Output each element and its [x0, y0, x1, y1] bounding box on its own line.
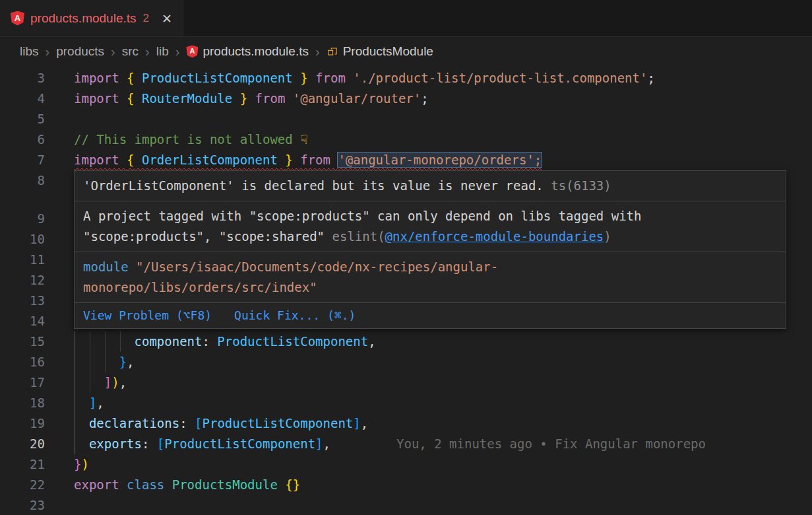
breadcrumb-item-libs[interactable]: libs	[20, 44, 39, 59]
line-row[interactable]: 23	[0, 495, 812, 515]
breadcrumb-item-src[interactable]: src	[122, 44, 139, 59]
eslint-rule-link[interactable]: @nx/enforce-module-boundaries	[385, 229, 604, 244]
tab-products-module[interactable]: A products.module.ts 2 ✕	[0, 0, 183, 36]
code-token	[74, 436, 89, 451]
code-token: )	[81, 457, 88, 471]
breadcrumb-item-lib[interactable]: lib	[156, 44, 169, 59]
code-token: ]	[89, 395, 96, 410]
code-line: exports: [ProductListComponent],You, 2 m…	[45, 434, 706, 454]
line-row[interactable]: 21})	[0, 454, 812, 475]
code-token: ,	[96, 395, 104, 410]
line-number: 22	[0, 475, 45, 495]
code-token: '@angular-monorepo/orders';	[338, 153, 542, 167]
hover-text: "scope:products", "scope:shared"	[83, 229, 332, 244]
line-row[interactable]: 19 declarations: [ProductListComponent],	[0, 413, 812, 434]
line-row[interactable]: 22export class ProductsModule {}	[0, 475, 812, 495]
vscode-window: A products.module.ts 2 ✕ libs›products›s…	[0, 0, 812, 515]
code-token: ]	[315, 436, 323, 451]
code-token: ProductListComponent	[164, 436, 315, 451]
line-row[interactable]: 5	[0, 109, 812, 129]
code-token: ;	[647, 71, 654, 85]
line-row[interactable]: 20 exports: [ProductListComponent],You, …	[0, 434, 812, 454]
code-token	[74, 416, 89, 430]
line-number: 23	[0, 495, 45, 515]
hover-message: A project tagged with "scope:products" c…	[75, 201, 786, 252]
editor-code-area[interactable]: 3import { ProductListComponent } from '.…	[0, 66, 812, 515]
tab-filename: products.module.ts	[30, 11, 137, 26]
quick-fix-link[interactable]: Quick Fix... (⌘.)	[234, 307, 356, 324]
code-token: }	[240, 91, 247, 106]
hover-text: eslint(	[332, 229, 385, 244]
code-token: [	[195, 416, 202, 430]
line-number: 11	[0, 250, 45, 270]
line-number: 15	[0, 331, 45, 352]
line-number: 21	[0, 454, 45, 475]
line-row[interactable]: 7import { OrderListComponent } from '@an…	[0, 150, 812, 170]
code-line: })	[45, 454, 89, 475]
code-token: component	[135, 334, 203, 349]
code-token: ,	[119, 375, 127, 390]
code-token: ,	[323, 436, 330, 451]
code-token: import	[74, 91, 127, 106]
hover-text: A project tagged with "scope:products" c…	[83, 209, 641, 223]
code-token: {	[127, 91, 134, 106]
line-number: 5	[0, 109, 45, 129]
breadcrumb-separator: ›	[111, 44, 115, 59]
breadcrumb-item-productsmodule[interactable]: ProductsModule	[327, 44, 433, 59]
code-line	[45, 229, 74, 250]
class-symbol-icon	[327, 46, 338, 57]
code-token: ]	[353, 416, 360, 430]
view-problem-link[interactable]: View Problem (⌥F8)	[83, 307, 212, 324]
line-row[interactable]: 4import { RouterModule } from '@angular/…	[0, 88, 812, 109]
hover-message-line: A project tagged with "scope:products" c…	[83, 206, 777, 226]
code-token: {	[127, 153, 134, 167]
code-token: import	[74, 71, 127, 85]
code-token: ,	[361, 416, 368, 430]
hover-actions: View Problem (⌥F8)Quick Fix... (⌘.)	[75, 303, 786, 328]
code-line: component: ProductListComponent,	[45, 331, 376, 352]
line-number: 7	[0, 150, 45, 170]
breadcrumb-label: ProductsModule	[343, 44, 433, 59]
breadcrumb-item-products-module-ts[interactable]: Aproducts.module.ts	[186, 44, 309, 59]
code-token: :	[202, 334, 217, 349]
code-token: ;	[421, 91, 428, 106]
line-row[interactable]: 15 component: ProductListComponent,	[0, 331, 812, 352]
code-token	[74, 375, 104, 390]
line-number: 17	[0, 372, 45, 393]
line-row[interactable]: 6// This import is not allowed ☟	[0, 129, 812, 150]
code-token: ]	[104, 375, 111, 390]
code-line: ]),	[45, 372, 127, 393]
line-number: 19	[0, 413, 45, 434]
line-row[interactable]: 18 ],	[0, 393, 812, 413]
code-line	[45, 170, 74, 191]
code-token: ProductsModule	[172, 477, 286, 492]
line-number: 6	[0, 129, 45, 150]
hover-text: "/Users/isaac/Documents/code/nx-recipes/…	[136, 259, 498, 274]
breadcrumb-label: products.module.ts	[203, 44, 309, 59]
line-number: 13	[0, 291, 45, 311]
code-line	[45, 270, 74, 291]
line-row[interactable]: 17 ]),	[0, 372, 812, 393]
breadcrumb-label: products	[56, 44, 104, 59]
code-token: import	[74, 153, 127, 167]
line-row[interactable]: 16 },	[0, 352, 812, 372]
line-number: 4	[0, 88, 45, 109]
hover-message-line: 'OrderListComponent' is declared but its…	[83, 176, 777, 196]
hover-message-line: "scope:products", "scope:shared" eslint(…	[83, 226, 777, 247]
breadcrumb-item-products[interactable]: products	[56, 44, 104, 59]
code-token: ProductListComponent	[203, 416, 354, 430]
code-token: from	[247, 91, 293, 106]
indent-guide	[90, 331, 90, 393]
hover-text: module	[83, 259, 136, 274]
code-token: :	[142, 436, 157, 451]
indent-guide	[75, 331, 75, 454]
hover-message-line: monorepo/libs/orders/src/index"	[83, 277, 777, 298]
breadcrumb-separator: ›	[315, 44, 320, 59]
tab-problems-count: 2	[143, 12, 149, 25]
hover-text: 'OrderListComponent' is declared but its…	[83, 178, 551, 193]
code-token	[74, 355, 119, 369]
close-icon[interactable]: ✕	[162, 11, 172, 26]
hover-message: 'OrderListComponent' is declared but its…	[75, 171, 786, 201]
code-token	[74, 334, 135, 349]
line-row[interactable]: 3import { ProductListComponent } from '.…	[0, 68, 812, 88]
